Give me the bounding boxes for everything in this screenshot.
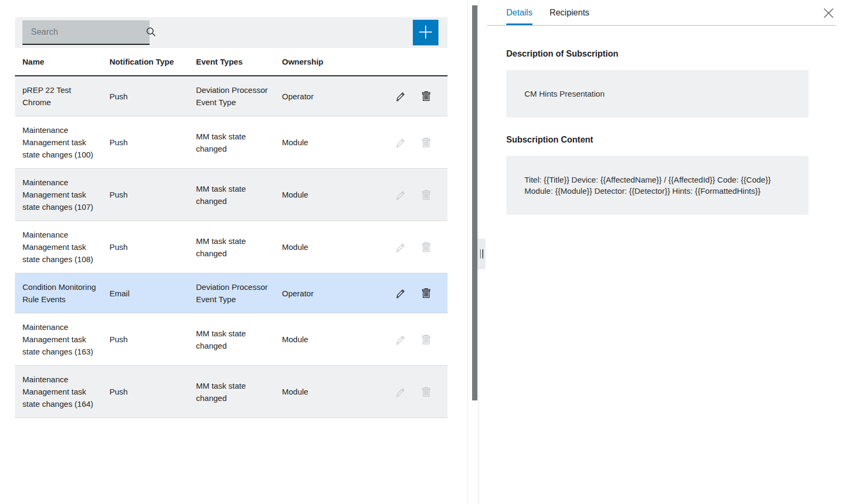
cell-event-types: Deviation Processor Event Type: [196, 84, 282, 108]
cell-ownership: Operator: [282, 287, 353, 300]
content-heading: Subscription Content: [506, 135, 809, 145]
cell-event-types: Deviation Processor Event Type: [196, 281, 282, 305]
details-tabbar: Details Recipients: [487, 0, 836, 26]
splitter-grip-icon: [482, 249, 483, 258]
splitter-grip-icon: [480, 249, 481, 258]
cell-ownership: Module: [282, 385, 353, 398]
cell-name: Maintenance Management task state change…: [15, 176, 109, 213]
cell-name: pREP 22 Test Chrome: [15, 84, 109, 108]
subscription-details-panel: Details Recipients Description of Subscr…: [479, 0, 847, 504]
cell-actions: [353, 90, 448, 103]
delete-trash-icon: [420, 188, 433, 201]
delete-trash-icon: [420, 241, 433, 254]
close-panel-button[interactable]: [821, 7, 835, 21]
search-icon[interactable]: [145, 20, 158, 44]
edit-pencil-icon: [395, 188, 407, 201]
cell-name: Maintenance Management task state change…: [15, 321, 109, 358]
tab-recipients[interactable]: Recipients: [550, 8, 590, 25]
cell-notification-type: Push: [109, 241, 196, 253]
edit-pencil-icon: [395, 385, 407, 398]
edit-pencil-icon: [395, 136, 407, 149]
add-subscription-button[interactable]: [413, 20, 438, 45]
column-header-ownership: Ownership: [282, 56, 353, 68]
panel-splitter-handle[interactable]: [477, 239, 485, 269]
cell-notification-type: Push: [109, 90, 196, 103]
cell-actions: [353, 333, 448, 346]
cell-notification-type: Push: [109, 333, 196, 345]
cell-actions: [353, 385, 448, 398]
column-header-name: Name: [15, 56, 109, 68]
cell-actions: [353, 188, 448, 201]
table-toolbar: [15, 17, 448, 48]
subscription-manager-app: Name Notification Type Event Types Owner…: [0, 0, 847, 504]
cell-ownership: Module: [282, 188, 353, 201]
cell-ownership: Module: [282, 136, 353, 148]
table-header-row: Name Notification Type Event Types Owner…: [15, 48, 448, 76]
cell-event-types: MM task state changed: [196, 235, 282, 259]
edit-pencil-icon[interactable]: [395, 90, 407, 103]
content-template-value: Titel: {{Title}} Device: {{AffectedName}…: [506, 156, 809, 215]
table-row[interactable]: pREP 22 Test Chrome Push Deviation Proce…: [15, 76, 448, 116]
table-row[interactable]: Maintenance Management task state change…: [15, 366, 448, 418]
description-section: Description of Subscription CM Hints Pre…: [506, 49, 809, 117]
cell-notification-type: Push: [109, 136, 196, 148]
delete-trash-icon[interactable]: [420, 90, 433, 103]
search-field[interactable]: [22, 20, 150, 45]
edit-pencil-icon: [395, 333, 407, 346]
table-row[interactable]: Maintenance Management task state change…: [15, 169, 448, 221]
vertical-scrollbar-thumb[interactable]: [472, 5, 477, 400]
close-x-icon: [822, 7, 835, 21]
cell-actions: [353, 241, 448, 254]
table-row[interactable]: Maintenance Management task state change…: [15, 116, 448, 169]
search-input[interactable]: [22, 27, 145, 37]
table-row[interactable]: Maintenance Management task state change…: [15, 313, 448, 366]
cell-event-types: MM task state changed: [196, 130, 282, 155]
content-section: Subscription Content Titel: {{Title}} De…: [506, 135, 809, 215]
cell-event-types: MM task state changed: [196, 183, 282, 207]
cell-event-types: MM task state changed: [196, 327, 282, 352]
cell-notification-type: Push: [109, 188, 196, 201]
cell-name: Condition Monitoring Rule Events: [15, 281, 109, 305]
plus-icon: [418, 25, 433, 41]
cell-name: Maintenance Management task state change…: [15, 373, 109, 410]
description-value: CM Hints Presentation: [506, 70, 809, 117]
cell-ownership: Module: [282, 333, 353, 345]
table-row[interactable]: Condition Monitoring Rule Events Email D…: [15, 273, 448, 313]
table-row[interactable]: Maintenance Management task state change…: [15, 221, 448, 273]
details-content: Description of Subscription CM Hints Pre…: [479, 26, 847, 215]
edit-pencil-icon: [395, 241, 407, 254]
subscription-table: Name Notification Type Event Types Owner…: [15, 0, 448, 418]
cell-notification-type: Push: [109, 385, 196, 398]
column-header-notification-type: Notification Type: [109, 56, 196, 68]
cell-actions: [353, 136, 448, 149]
cell-event-types: MM task state changed: [196, 380, 282, 404]
table-body: pREP 22 Test Chrome Push Deviation Proce…: [15, 76, 448, 418]
column-header-event-types: Event Types: [196, 56, 282, 68]
delete-trash-icon: [420, 333, 433, 346]
cell-name: Maintenance Management task state change…: [15, 124, 109, 161]
subscription-list-panel: Name Notification Type Event Types Owner…: [0, 0, 479, 504]
delete-trash-icon: [420, 136, 433, 149]
edit-pencil-icon[interactable]: [395, 287, 407, 300]
cell-ownership: Module: [282, 241, 353, 253]
cell-ownership: Operator: [282, 90, 353, 103]
tab-details[interactable]: Details: [506, 8, 532, 25]
delete-trash-icon[interactable]: [420, 287, 433, 300]
delete-trash-icon: [420, 385, 433, 398]
cell-name: Maintenance Management task state change…: [15, 229, 109, 265]
cell-actions: [353, 287, 448, 300]
cell-notification-type: Email: [109, 287, 196, 300]
description-heading: Description of Subscription: [506, 49, 809, 59]
